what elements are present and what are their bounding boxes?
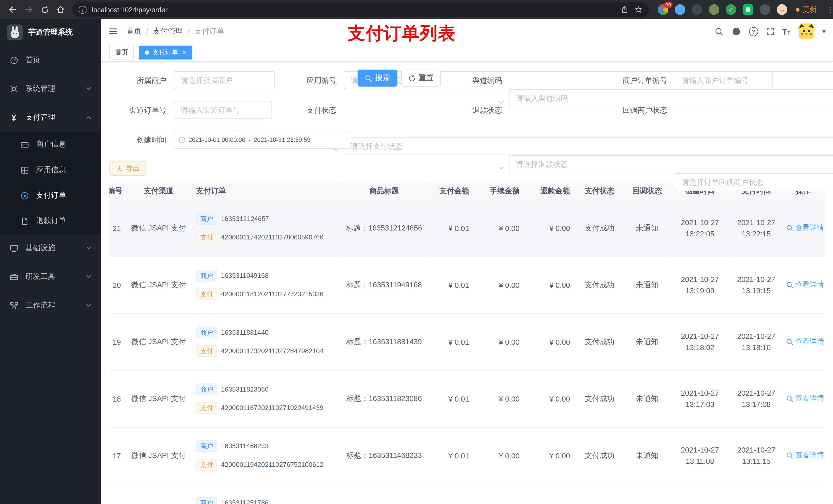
view-detail-link[interactable]: 查看详情: [786, 280, 824, 290]
extensions-pin-icon[interactable]: [760, 4, 770, 15]
magnifier-icon: [786, 338, 793, 345]
paid-time: 13:17:08: [735, 399, 778, 410]
dashboard-icon: [9, 55, 19, 65]
sidebar-item-system[interactable]: 系统管理: [0, 74, 101, 103]
reset-button-label: 重置: [419, 73, 433, 83]
pay-status-select[interactable]: [344, 137, 833, 155]
font-size-icon[interactable]: TT: [782, 27, 790, 35]
extension-green-square-icon[interactable]: [743, 4, 753, 15]
fullscreen-icon[interactable]: [766, 27, 774, 35]
pay-channel: 微信 JSAPI 支付: [132, 223, 186, 232]
collapse-sidebar-button[interactable]: [109, 27, 118, 36]
tab-label: 支付订单: [152, 48, 178, 57]
view-detail-link[interactable]: 查看详情: [786, 451, 824, 460]
sidebar-subitem-refund-order[interactable]: 退款订单: [0, 208, 101, 234]
share-icon[interactable]: [620, 5, 629, 14]
home-button[interactable]: [53, 2, 68, 17]
clock-icon: [178, 136, 186, 143]
fee-amount: ¥ 0.00: [499, 394, 520, 403]
fee-amount: ¥ 0.00: [499, 451, 520, 460]
back-button[interactable]: [5, 2, 20, 17]
notify-status-select[interactable]: [675, 173, 833, 191]
tab-home[interactable]: 首页: [110, 45, 134, 59]
view-detail-link[interactable]: 查看详情: [786, 337, 824, 346]
view-detail-link[interactable]: 查看详情: [786, 393, 824, 403]
sidebar-item-payment[interactable]: ¥ 支付管理: [0, 103, 101, 131]
channel-order-input[interactable]: [174, 101, 272, 119]
pay-status: 支付成功: [585, 223, 614, 232]
sidebar-subitem-pay-order[interactable]: 支付订单: [0, 183, 101, 208]
browser-profile-avatar[interactable]: [777, 4, 787, 15]
refund-amount: ¥ 0.00: [549, 394, 570, 403]
address-bar[interactable]: i localhost:1024/pay/order: [72, 2, 649, 17]
pay-tag: 支付: [196, 402, 217, 414]
hamburger-icon: [109, 27, 118, 36]
update-dot-icon: [796, 8, 800, 11]
sidebar-subitem-app-info[interactable]: 应用信息: [0, 157, 101, 183]
sidebar-subitem-label: 支付订单: [36, 191, 66, 200]
filter-refund-status-field: [509, 159, 833, 168]
order-id: 18: [113, 394, 121, 403]
payment-order-table: 编号 支付渠道 支付订单 商品标题 支付金额 手续金额 退款金额 支付状态 回调…: [110, 183, 825, 504]
search-icon[interactable]: [714, 27, 723, 36]
sidebar-item-home[interactable]: 首页: [0, 46, 101, 74]
owner-input[interactable]: [174, 71, 275, 89]
bookmark-star-icon[interactable]: [634, 5, 643, 14]
home-icon: [56, 5, 65, 14]
site-info-icon[interactable]: i: [79, 6, 87, 14]
sidebar-item-workflow[interactable]: 工作流程: [0, 291, 101, 320]
table-row: 20 微信 JSAPI 支付 商户1635311949168 支付4200001…: [110, 257, 825, 313]
search-button[interactable]: 搜索: [358, 70, 398, 87]
github-icon[interactable]: [731, 27, 741, 36]
sidebar-subitem-merchant-info[interactable]: 商户信息: [0, 131, 101, 157]
caret-down-icon[interactable]: ▾: [822, 28, 826, 35]
extension-colorful-icon[interactable]: 10: [658, 4, 668, 15]
merchant-tag: 商户: [196, 270, 217, 282]
app-header: 首页 / 支付管理 / 支付订单 支付订单列表 ? TT: [101, 19, 833, 44]
magnifier-icon: [786, 452, 793, 459]
tab-pay-order[interactable]: 支付订单 ×: [139, 45, 192, 59]
extension-dark-icon[interactable]: [692, 4, 702, 15]
sidebar-item-label: 研发工具: [26, 272, 55, 282]
view-detail-link[interactable]: 查看详情: [786, 223, 824, 233]
column-header-order: 支付订单: [192, 183, 336, 199]
channel-code-select[interactable]: [509, 89, 833, 107]
view-detail-label: 查看详情: [795, 280, 824, 290]
sidebar-item-infrastructure[interactable]: 基础设施: [0, 234, 101, 263]
user-avatar[interactable]: [799, 23, 814, 39]
page-annotation: 支付订单列表: [347, 22, 456, 46]
chevron-down-icon: [86, 245, 92, 251]
filter-channel-code-label: 渠道编码: [444, 71, 502, 89]
extension-blue-icon[interactable]: [675, 4, 685, 15]
merchant-order-no: 1635311251786: [221, 499, 269, 504]
create-time-range-picker[interactable]: 2021-10-01 00:00:00 - 2021-10-31 23:59:5…: [174, 130, 351, 149]
column-header-amount: 支付金额: [432, 183, 473, 199]
extension-check-icon[interactable]: ✓: [726, 4, 736, 15]
browser-update-button[interactable]: 更新: [796, 5, 817, 14]
forward-button[interactable]: [21, 2, 36, 17]
merchant-order-input[interactable]: [675, 71, 773, 89]
pay-amount: ¥ 0.01: [449, 338, 469, 346]
refund-status-select[interactable]: [509, 155, 833, 173]
magnifier-icon: [786, 395, 793, 402]
breadcrumb-item-home[interactable]: 首页: [126, 27, 141, 36]
product-title: 标题：1635311949168: [346, 280, 422, 289]
merchant-tag: 商户: [196, 440, 217, 452]
reload-button[interactable]: [37, 2, 52, 17]
column-header-channel: 支付渠道: [125, 183, 192, 199]
help-icon[interactable]: ?: [749, 27, 758, 36]
app-title: 芋道管理系统: [28, 28, 73, 37]
extension-olive-icon[interactable]: [709, 4, 719, 15]
browser-menu-icon[interactable]: ⋮: [826, 5, 833, 14]
reset-button[interactable]: 重置: [401, 70, 441, 87]
sidebar-item-devtools[interactable]: 研发工具: [0, 263, 101, 291]
breadcrumb: 首页 / 支付管理 / 支付订单: [126, 27, 224, 36]
sidebar-menu: 首页 系统管理 ¥ 支付管理: [0, 46, 101, 320]
view-detail-label: 查看详情: [795, 223, 824, 233]
pay-channel: 微信 JSAPI 支付: [132, 394, 186, 402]
document-icon: [20, 216, 29, 225]
tab-close-icon[interactable]: ×: [182, 48, 186, 56]
breadcrumb-item-payment[interactable]: 支付管理: [153, 27, 183, 36]
export-button[interactable]: 导出: [110, 161, 146, 176]
app-logo: 芋道管理系统: [0, 19, 101, 46]
